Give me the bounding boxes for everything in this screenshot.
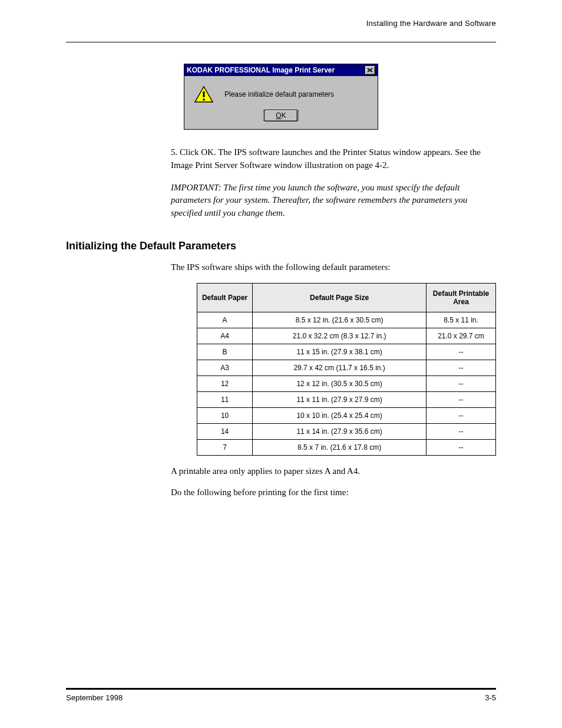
footer-date: September 1998	[66, 693, 123, 702]
header-rule	[66, 42, 496, 42]
dialog-message: Please initialize default parameters	[224, 90, 334, 98]
running-header: Installing the Hardware and Software	[66, 19, 496, 28]
footer-rule	[66, 688, 496, 690]
dialog-titlebar: KODAK PROFESSIONAL Image Print Server	[184, 64, 378, 76]
table-row: 1411 x 14 in. (27.9 x 35.6 cm)--	[197, 423, 496, 439]
table-header: Default Paper	[197, 283, 253, 312]
table-row: 1111 x 11 in. (27.9 x 27.9 cm)--	[197, 391, 496, 407]
table-row: A329.7 x 42 cm (11.7 x 16.5 in.)--	[197, 360, 496, 375]
table-header: Default Page Size	[253, 283, 427, 312]
section-lead: The IPS software ships with the followin…	[171, 261, 496, 274]
close-icon[interactable]	[365, 65, 375, 75]
table-row: 1010 x 10 in. (25.4 x 25.4 cm)--	[197, 407, 496, 423]
table-row: 1212 x 12 in. (30.5 x 30.5 cm)--	[197, 375, 496, 391]
note-printable-area: A printable area only applies to paper s…	[171, 465, 496, 478]
svg-point-2	[203, 98, 205, 101]
table-row: A8.5 x 12 in. (21.6 x 30.5 cm)8.5 x 11 i…	[197, 312, 496, 328]
ok-button-label: OK	[276, 111, 286, 120]
table-row: 78.5 x 7 in. (21.6 x 17.8 cm)--	[197, 439, 496, 455]
ok-button[interactable]: OK	[263, 110, 298, 121]
warning-icon	[194, 85, 214, 103]
dialog-title: KODAK PROFESSIONAL Image Print Server	[187, 66, 335, 74]
svg-rect-1	[203, 91, 205, 97]
pre-steps-note: Do the following before printing for the…	[171, 486, 496, 499]
table-row: A421.0 x 32.2 cm (8.3 x 12.7 in.)21.0 x …	[197, 328, 496, 344]
step-5: 5. Click OK. The IPS software launches a…	[171, 146, 496, 172]
important-note: IMPORTANT: The first time you launch the…	[171, 182, 496, 220]
table-row: B11 x 15 in. (27.9 x 38.1 cm)--	[197, 344, 496, 360]
dialog-window: KODAK PROFESSIONAL Image Print Server Pl…	[184, 64, 378, 130]
table-header: Default Printable Area	[426, 283, 495, 312]
defaults-table: Default Paper Default Page Size Default …	[197, 283, 496, 456]
section-heading: Initializing the Default Parameters	[66, 240, 496, 252]
page-number: 3-5	[485, 693, 496, 702]
